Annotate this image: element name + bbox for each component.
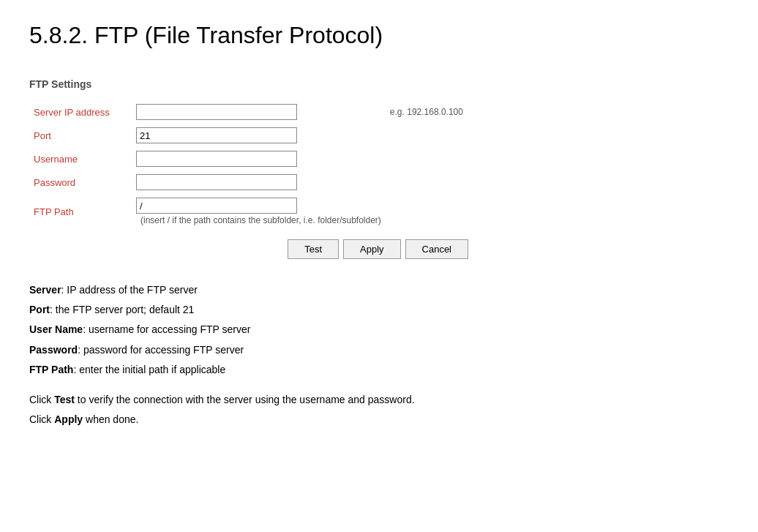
desc-password-bold: Password — [29, 344, 78, 356]
password-input[interactable] — [136, 174, 297, 190]
desc-username-rest: : username for accessing FTP server — [83, 323, 250, 335]
desc-ftp-path-rest: : enter the initial path if applicable — [73, 364, 225, 375]
username-row: Username — [29, 147, 468, 171]
ftp-path-label: FTP Path — [29, 194, 132, 229]
click-test-note: Click Test to verify the connection with… — [29, 391, 729, 409]
click-apply-prefix: Click — [29, 413, 54, 425]
desc-server-rest: : IP address of the FTP server — [61, 284, 198, 296]
server-ip-input[interactable] — [136, 104, 297, 120]
click-test-prefix: Click — [29, 394, 54, 405]
username-input[interactable] — [136, 151, 297, 167]
server-ip-row: Server IP address e.g. 192.168.0.100 — [29, 100, 468, 124]
desc-port-rest: : the FTP server port; default 21 — [50, 304, 194, 315]
description-section: Server: IP address of the FTP server Por… — [29, 281, 729, 379]
section-heading: FTP Settings — [29, 78, 729, 90]
click-apply-rest: when done. — [83, 413, 138, 425]
desc-server-bold: Server — [29, 284, 61, 296]
settings-form: Server IP address e.g. 192.168.0.100 Por… — [29, 100, 468, 229]
apply-button[interactable]: Apply — [343, 239, 401, 259]
password-label: Password — [29, 171, 132, 194]
password-input-cell — [132, 171, 386, 194]
cancel-button[interactable]: Cancel — [405, 239, 468, 259]
server-ip-label: Server IP address — [29, 100, 132, 124]
port-input[interactable] — [136, 127, 297, 143]
desc-server: Server: IP address of the FTP server — [29, 281, 729, 299]
desc-password: Password: password for accessing FTP ser… — [29, 341, 729, 359]
button-row: Test Apply Cancel — [29, 239, 468, 259]
click-apply-note: Click Apply when done. — [29, 411, 729, 429]
username-input-cell — [132, 147, 386, 171]
ftp-path-input[interactable] — [136, 198, 297, 214]
click-section: Click Test to verify the connection with… — [29, 391, 729, 429]
password-row: Password — [29, 171, 468, 194]
port-row: Port — [29, 124, 468, 147]
ftp-path-row: FTP Path (insert / if the path contains … — [29, 194, 468, 229]
desc-username: User Name: username for accessing FTP se… — [29, 321, 729, 339]
page-title: 5.8.2. FTP (File Transfer Protocol) — [29, 22, 729, 49]
port-input-cell — [132, 124, 386, 147]
desc-ftp-path-bold: FTP Path — [29, 364, 73, 375]
desc-password-rest: : password for accessing FTP server — [78, 344, 244, 356]
desc-port-bold: Port — [29, 304, 50, 315]
port-label: Port — [29, 124, 132, 147]
desc-ftp-path: FTP Path: enter the initial path if appl… — [29, 361, 729, 379]
click-test-rest: to verify the connection with the server… — [75, 394, 415, 405]
test-button[interactable]: Test — [288, 239, 339, 259]
server-ip-input-cell — [132, 100, 386, 124]
ftp-path-hint: (insert / if the path contains the subfo… — [136, 215, 381, 225]
ftp-path-input-cell: (insert / if the path contains the subfo… — [132, 194, 386, 229]
ftp-settings-section: FTP Settings Server IP address e.g. 192.… — [29, 71, 729, 266]
server-ip-hint: e.g. 192.168.0.100 — [386, 100, 468, 124]
click-apply-bold: Apply — [54, 413, 83, 425]
click-test-bold: Test — [54, 394, 75, 405]
desc-username-bold: User Name — [29, 323, 83, 335]
desc-port: Port: the FTP server port; default 21 — [29, 301, 729, 319]
username-label: Username — [29, 147, 132, 171]
